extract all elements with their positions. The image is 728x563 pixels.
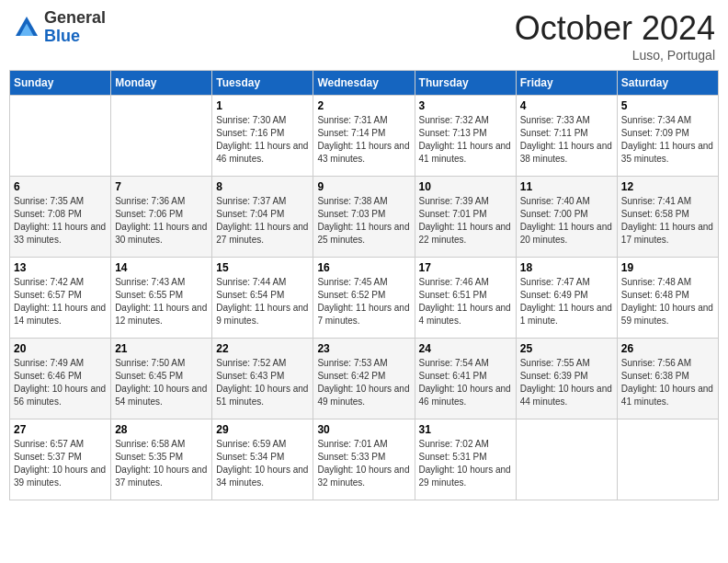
weekday-row: SundayMondayTuesdayWednesdayThursdayFrid… (10, 71, 719, 96)
title-block: October 2024 Luso, Portugal (515, 9, 715, 63)
month-title: October 2024 (515, 9, 715, 48)
day-number: 15 (216, 261, 309, 274)
calendar-cell: 19Sunrise: 7:48 AMSunset: 6:48 PMDayligh… (617, 258, 718, 339)
calendar-cell (617, 419, 718, 500)
day-info: Sunrise: 7:54 AMSunset: 6:41 PMDaylight:… (419, 357, 512, 408)
day-number: 4 (520, 99, 613, 112)
day-info: Sunrise: 7:56 AMSunset: 6:38 PMDaylight:… (621, 357, 714, 408)
day-number: 8 (216, 180, 309, 193)
page-header: General Blue October 2024 Luso, Portugal (9, 9, 719, 63)
day-number: 17 (419, 261, 512, 274)
day-number: 19 (621, 261, 714, 274)
day-info: Sunrise: 7:48 AMSunset: 6:48 PMDaylight:… (621, 276, 714, 327)
day-info: Sunrise: 7:38 AMSunset: 7:03 PMDaylight:… (317, 195, 410, 247)
logo-general: General (44, 8, 106, 27)
weekday-header-monday: Monday (111, 71, 212, 96)
day-info: Sunrise: 7:30 AMSunset: 7:16 PMDaylight:… (216, 114, 309, 166)
day-number: 6 (14, 180, 107, 193)
day-number: 11 (520, 180, 613, 193)
calendar-cell: 30Sunrise: 7:01 AMSunset: 5:33 PMDayligh… (313, 419, 415, 500)
calendar-cell (10, 96, 111, 177)
calendar-body: 1Sunrise: 7:30 AMSunset: 7:16 PMDaylight… (10, 96, 719, 500)
day-number: 7 (115, 180, 208, 193)
day-number: 1 (216, 99, 309, 112)
day-number: 16 (317, 261, 410, 274)
day-info: Sunrise: 7:42 AMSunset: 6:57 PMDaylight:… (14, 276, 107, 327)
calendar-cell: 4Sunrise: 7:33 AMSunset: 7:11 PMDaylight… (516, 96, 617, 177)
day-info: Sunrise: 7:37 AMSunset: 7:04 PMDaylight:… (216, 195, 309, 247)
day-number: 25 (520, 342, 613, 355)
location: Luso, Portugal (515, 48, 715, 63)
day-number: 27 (14, 423, 107, 436)
day-number: 23 (317, 342, 410, 355)
day-number: 12 (621, 180, 714, 193)
week-row-5: 27Sunrise: 6:57 AMSunset: 5:37 PMDayligh… (10, 419, 719, 500)
calendar-cell: 6Sunrise: 7:35 AMSunset: 7:08 PMDaylight… (10, 177, 111, 258)
calendar-cell: 15Sunrise: 7:44 AMSunset: 6:54 PMDayligh… (212, 258, 313, 339)
day-number: 13 (14, 261, 107, 274)
week-row-2: 6Sunrise: 7:35 AMSunset: 7:08 PMDaylight… (10, 177, 719, 258)
calendar-cell: 18Sunrise: 7:47 AMSunset: 6:49 PMDayligh… (516, 258, 617, 339)
day-info: Sunrise: 7:41 AMSunset: 6:58 PMDaylight:… (621, 195, 714, 247)
calendar-cell: 20Sunrise: 7:49 AMSunset: 6:46 PMDayligh… (10, 339, 111, 419)
weekday-header-thursday: Thursday (415, 71, 516, 96)
week-row-1: 1Sunrise: 7:30 AMSunset: 7:16 PMDaylight… (10, 96, 719, 177)
day-info: Sunrise: 7:50 AMSunset: 6:45 PMDaylight:… (115, 357, 208, 408)
weekday-header-wednesday: Wednesday (313, 71, 415, 96)
calendar-cell: 10Sunrise: 7:39 AMSunset: 7:01 PMDayligh… (415, 177, 516, 258)
day-info: Sunrise: 7:55 AMSunset: 6:39 PMDaylight:… (520, 357, 613, 408)
calendar-cell: 26Sunrise: 7:56 AMSunset: 6:38 PMDayligh… (617, 339, 718, 419)
day-info: Sunrise: 6:59 AMSunset: 5:34 PMDaylight:… (216, 438, 309, 489)
day-info: Sunrise: 7:33 AMSunset: 7:11 PMDaylight:… (520, 114, 613, 166)
calendar-cell: 1Sunrise: 7:30 AMSunset: 7:16 PMDaylight… (212, 96, 313, 177)
day-info: Sunrise: 7:44 AMSunset: 6:54 PMDaylight:… (216, 276, 309, 327)
logo: General Blue (13, 9, 106, 46)
calendar-cell (111, 96, 212, 177)
day-number: 22 (216, 342, 309, 355)
calendar-cell: 28Sunrise: 6:58 AMSunset: 5:35 PMDayligh… (111, 419, 212, 500)
day-number: 3 (419, 99, 512, 112)
calendar-cell: 16Sunrise: 7:45 AMSunset: 6:52 PMDayligh… (313, 258, 415, 339)
calendar-cell: 22Sunrise: 7:52 AMSunset: 6:43 PMDayligh… (212, 339, 313, 419)
day-number: 31 (419, 423, 512, 436)
day-info: Sunrise: 7:02 AMSunset: 5:31 PMDaylight:… (419, 438, 512, 489)
day-number: 21 (115, 342, 208, 355)
calendar-cell: 25Sunrise: 7:55 AMSunset: 6:39 PMDayligh… (516, 339, 617, 419)
day-info: Sunrise: 7:53 AMSunset: 6:42 PMDaylight:… (317, 357, 410, 408)
day-info: Sunrise: 7:52 AMSunset: 6:43 PMDaylight:… (216, 357, 309, 408)
day-number: 20 (14, 342, 107, 355)
day-info: Sunrise: 7:34 AMSunset: 7:09 PMDaylight:… (621, 114, 714, 166)
calendar-cell: 8Sunrise: 7:37 AMSunset: 7:04 PMDaylight… (212, 177, 313, 258)
calendar-cell: 27Sunrise: 6:57 AMSunset: 5:37 PMDayligh… (10, 419, 111, 500)
day-info: Sunrise: 7:01 AMSunset: 5:33 PMDaylight:… (317, 438, 410, 489)
day-number: 24 (419, 342, 512, 355)
calendar-cell (516, 419, 617, 500)
day-number: 30 (317, 423, 410, 436)
calendar-cell: 23Sunrise: 7:53 AMSunset: 6:42 PMDayligh… (313, 339, 415, 419)
weekday-header-tuesday: Tuesday (212, 71, 313, 96)
week-row-4: 20Sunrise: 7:49 AMSunset: 6:46 PMDayligh… (10, 339, 719, 419)
calendar-cell: 7Sunrise: 7:36 AMSunset: 7:06 PMDaylight… (111, 177, 212, 258)
day-number: 18 (520, 261, 613, 274)
day-info: Sunrise: 7:32 AMSunset: 7:13 PMDaylight:… (419, 114, 512, 166)
day-number: 5 (621, 99, 714, 112)
logo-icon (13, 14, 40, 41)
logo-text: General Blue (44, 9, 106, 46)
calendar-cell: 21Sunrise: 7:50 AMSunset: 6:45 PMDayligh… (111, 339, 212, 419)
day-info: Sunrise: 7:40 AMSunset: 7:00 PMDaylight:… (520, 195, 613, 247)
calendar-header: SundayMondayTuesdayWednesdayThursdayFrid… (10, 71, 719, 96)
day-number: 14 (115, 261, 208, 274)
calendar-cell: 17Sunrise: 7:46 AMSunset: 6:51 PMDayligh… (415, 258, 516, 339)
calendar-cell: 2Sunrise: 7:31 AMSunset: 7:14 PMDaylight… (313, 96, 415, 177)
day-info: Sunrise: 7:31 AMSunset: 7:14 PMDaylight:… (317, 114, 410, 166)
calendar-cell: 29Sunrise: 6:59 AMSunset: 5:34 PMDayligh… (212, 419, 313, 500)
calendar-cell: 12Sunrise: 7:41 AMSunset: 6:58 PMDayligh… (617, 177, 718, 258)
day-info: Sunrise: 7:46 AMSunset: 6:51 PMDaylight:… (419, 276, 512, 327)
day-info: Sunrise: 6:57 AMSunset: 5:37 PMDaylight:… (14, 438, 107, 489)
day-info: Sunrise: 7:35 AMSunset: 7:08 PMDaylight:… (14, 195, 107, 247)
week-row-3: 13Sunrise: 7:42 AMSunset: 6:57 PMDayligh… (10, 258, 719, 339)
logo-blue: Blue (44, 27, 80, 45)
day-number: 29 (216, 423, 309, 436)
day-info: Sunrise: 7:36 AMSunset: 7:06 PMDaylight:… (115, 195, 208, 247)
day-number: 28 (115, 423, 208, 436)
